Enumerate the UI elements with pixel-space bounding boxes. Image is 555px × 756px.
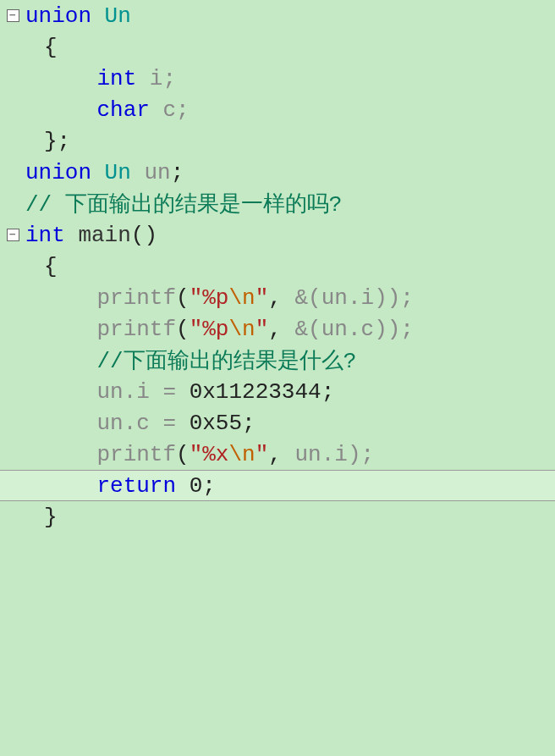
code-line: { — [0, 31, 555, 63]
code-line: int i; — [0, 63, 555, 94]
code-text: char c; — [44, 97, 555, 123]
code-text: // 下面输出的结果是一样的吗? — [25, 189, 555, 218]
code-text: printf("%p\n", &(un.c)); — [44, 317, 555, 342]
code-line: } — [0, 501, 555, 533]
code-line: }; — [0, 125, 555, 157]
code-text: un.i = 0x11223344; — [44, 379, 555, 405]
code-line: − int main() — [0, 219, 555, 251]
code-text: union Un — [25, 3, 555, 29]
code-text: { — [44, 35, 555, 60]
code-line: printf("%p\n", &(un.c)); — [0, 313, 555, 345]
code-line: − union Un — [0, 0, 555, 31]
code-line: printf("%p\n", &(un.i)); — [0, 282, 555, 313]
code-line: un.c = 0x55; — [0, 407, 555, 439]
code-text: { — [44, 254, 555, 279]
fold-minus-icon[interactable]: − — [7, 229, 19, 241]
fold-minus-icon[interactable]: − — [7, 9, 19, 22]
code-text: int i; — [44, 66, 555, 91]
code-line: //下面输出的结果是什么? — [0, 345, 555, 376]
code-text: printf("%x\n", un.i); — [44, 442, 555, 467]
code-line: char c; — [0, 94, 555, 125]
code-editor: − union Un { int i; char c; }; union Un … — [0, 0, 555, 533]
code-text: union Un un; — [25, 160, 555, 185]
code-text: //下面输出的结果是什么? — [44, 345, 555, 375]
code-line: un.i = 0x11223344; — [0, 376, 555, 407]
code-line: { — [0, 251, 555, 282]
code-text: return 0; — [44, 473, 555, 499]
fold-gutter: − — [0, 9, 25, 22]
code-text: un.c = 0x55; — [44, 411, 555, 436]
code-line: // 下面输出的结果是一样的吗? — [0, 188, 555, 219]
code-text: }; — [44, 129, 555, 154]
code-line-current: return 0; — [0, 470, 555, 501]
code-text: printf("%p\n", &(un.i)); — [44, 285, 555, 311]
fold-gutter: − — [0, 229, 25, 241]
code-text: } — [44, 505, 555, 530]
code-text: int main() — [25, 223, 555, 248]
code-line: union Un un; — [0, 157, 555, 188]
code-line: printf("%x\n", un.i); — [0, 439, 555, 470]
